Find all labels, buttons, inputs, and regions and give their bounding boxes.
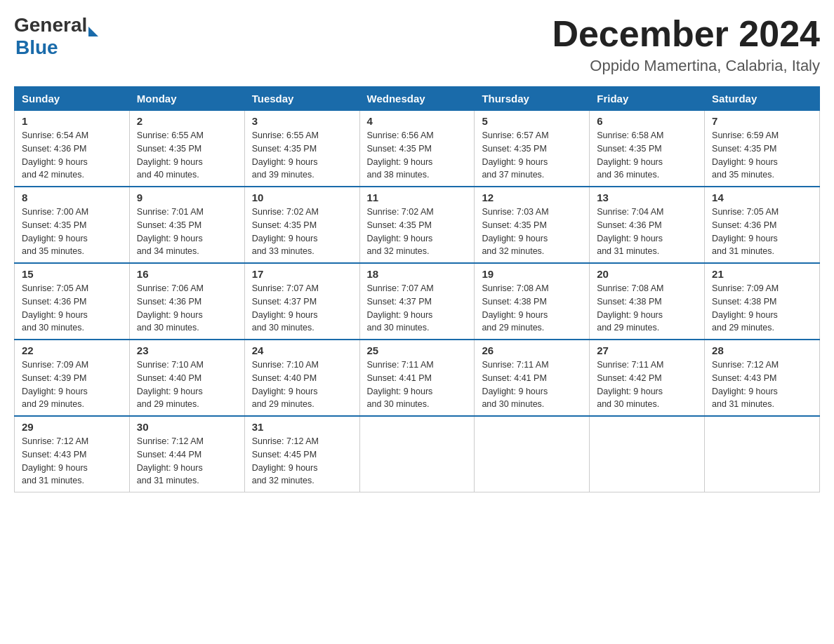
calendar-cell: 13Sunrise: 7:04 AMSunset: 4:36 PMDayligh… (590, 187, 705, 263)
logo: General Blue (14, 14, 98, 59)
calendar-header-row: SundayMondayTuesdayWednesdayThursdayFrid… (15, 87, 820, 111)
day-number: 9 (137, 192, 237, 203)
day-info: Sunrise: 6:55 AMSunset: 4:35 PMDaylight:… (137, 129, 237, 182)
day-number: 24 (252, 344, 352, 356)
calendar-week-row: 1Sunrise: 6:54 AMSunset: 4:36 PMDaylight… (15, 111, 820, 187)
calendar-cell: 24Sunrise: 7:10 AMSunset: 4:40 PMDayligh… (244, 340, 359, 416)
day-number: 17 (252, 268, 352, 280)
day-number: 21 (712, 268, 812, 280)
day-number: 29 (22, 421, 122, 433)
day-number: 23 (137, 344, 237, 356)
calendar-cell: 17Sunrise: 7:07 AMSunset: 4:37 PMDayligh… (244, 263, 359, 340)
header-monday: Monday (129, 87, 244, 111)
day-number: 19 (482, 268, 582, 280)
header-sunday: Sunday (15, 87, 130, 111)
day-info: Sunrise: 7:11 AMSunset: 4:42 PMDaylight:… (597, 358, 697, 411)
header-friday: Friday (590, 87, 705, 111)
calendar-cell: 8Sunrise: 7:00 AMSunset: 4:35 PMDaylight… (15, 187, 130, 263)
calendar-cell: 15Sunrise: 7:05 AMSunset: 4:36 PMDayligh… (15, 263, 130, 340)
calendar-week-row: 22Sunrise: 7:09 AMSunset: 4:39 PMDayligh… (15, 340, 820, 416)
day-number: 16 (137, 268, 237, 280)
title-section: December 2024 Oppido Mamertina, Calabria… (552, 14, 820, 75)
day-number: 8 (22, 192, 122, 203)
day-info: Sunrise: 7:07 AMSunset: 4:37 PMDaylight:… (367, 282, 468, 335)
day-info: Sunrise: 7:08 AMSunset: 4:38 PMDaylight:… (482, 282, 582, 335)
day-info: Sunrise: 7:05 AMSunset: 4:36 PMDaylight:… (712, 206, 812, 258)
calendar-week-row: 15Sunrise: 7:05 AMSunset: 4:36 PMDayligh… (15, 263, 820, 340)
day-info: Sunrise: 7:12 AMSunset: 4:44 PMDaylight:… (137, 435, 237, 488)
calendar-cell: 28Sunrise: 7:12 AMSunset: 4:43 PMDayligh… (705, 340, 820, 416)
day-info: Sunrise: 6:56 AMSunset: 4:35 PMDaylight:… (367, 129, 468, 182)
header-thursday: Thursday (475, 87, 590, 111)
day-number: 27 (597, 344, 697, 356)
calendar-cell: 22Sunrise: 7:09 AMSunset: 4:39 PMDayligh… (15, 340, 130, 416)
day-info: Sunrise: 7:12 AMSunset: 4:45 PMDaylight:… (252, 435, 352, 488)
calendar-cell: 5Sunrise: 6:57 AMSunset: 4:35 PMDaylight… (475, 111, 590, 187)
calendar-cell: 12Sunrise: 7:03 AMSunset: 4:35 PMDayligh… (475, 187, 590, 263)
day-number: 3 (252, 115, 352, 127)
calendar-cell (359, 416, 475, 492)
day-info: Sunrise: 7:02 AMSunset: 4:35 PMDaylight:… (367, 206, 468, 258)
day-number: 6 (597, 115, 697, 127)
day-info: Sunrise: 6:55 AMSunset: 4:35 PMDaylight:… (252, 129, 352, 182)
day-number: 7 (712, 115, 812, 127)
calendar-cell: 23Sunrise: 7:10 AMSunset: 4:40 PMDayligh… (129, 340, 244, 416)
day-info: Sunrise: 7:06 AMSunset: 4:36 PMDaylight:… (137, 282, 237, 335)
calendar-cell: 2Sunrise: 6:55 AMSunset: 4:35 PMDaylight… (129, 111, 244, 187)
day-number: 1 (22, 115, 122, 127)
calendar-cell: 10Sunrise: 7:02 AMSunset: 4:35 PMDayligh… (244, 187, 359, 263)
header-saturday: Saturday (705, 87, 820, 111)
day-info: Sunrise: 7:12 AMSunset: 4:43 PMDaylight:… (22, 435, 122, 488)
calendar-cell: 21Sunrise: 7:09 AMSunset: 4:38 PMDayligh… (705, 263, 820, 340)
day-info: Sunrise: 7:07 AMSunset: 4:37 PMDaylight:… (252, 282, 352, 335)
calendar-week-row: 29Sunrise: 7:12 AMSunset: 4:43 PMDayligh… (15, 416, 820, 492)
header-wednesday: Wednesday (359, 87, 475, 111)
day-number: 12 (482, 192, 582, 203)
day-number: 10 (252, 192, 352, 203)
day-info: Sunrise: 7:00 AMSunset: 4:35 PMDaylight:… (22, 206, 122, 258)
day-number: 13 (597, 192, 697, 203)
day-number: 28 (712, 344, 812, 356)
calendar-cell: 29Sunrise: 7:12 AMSunset: 4:43 PMDayligh… (15, 416, 130, 492)
calendar-cell (590, 416, 705, 492)
day-number: 30 (137, 421, 237, 433)
calendar-cell (475, 416, 590, 492)
day-number: 25 (367, 344, 468, 356)
day-number: 26 (482, 344, 582, 356)
day-info: Sunrise: 7:10 AMSunset: 4:40 PMDaylight:… (137, 358, 237, 411)
calendar-cell: 14Sunrise: 7:05 AMSunset: 4:36 PMDayligh… (705, 187, 820, 263)
calendar-cell: 9Sunrise: 7:01 AMSunset: 4:35 PMDaylight… (129, 187, 244, 263)
day-info: Sunrise: 6:58 AMSunset: 4:35 PMDaylight:… (597, 129, 697, 182)
logo-arrow-icon (88, 27, 98, 36)
calendar-table: SundayMondayTuesdayWednesdayThursdayFrid… (14, 86, 820, 492)
day-info: Sunrise: 6:54 AMSunset: 4:36 PMDaylight:… (22, 129, 122, 182)
calendar-cell: 16Sunrise: 7:06 AMSunset: 4:36 PMDayligh… (129, 263, 244, 340)
location-subtitle: Oppido Mamertina, Calabria, Italy (552, 57, 820, 75)
day-number: 15 (22, 268, 122, 280)
calendar-cell: 11Sunrise: 7:02 AMSunset: 4:35 PMDayligh… (359, 187, 475, 263)
day-number: 31 (252, 421, 352, 433)
day-info: Sunrise: 7:02 AMSunset: 4:35 PMDaylight:… (252, 206, 352, 258)
day-info: Sunrise: 7:10 AMSunset: 4:40 PMDaylight:… (252, 358, 352, 411)
day-info: Sunrise: 6:59 AMSunset: 4:35 PMDaylight:… (712, 129, 812, 182)
calendar-cell: 30Sunrise: 7:12 AMSunset: 4:44 PMDayligh… (129, 416, 244, 492)
day-number: 11 (367, 192, 468, 203)
day-info: Sunrise: 7:11 AMSunset: 4:41 PMDaylight:… (482, 358, 582, 411)
day-number: 4 (367, 115, 468, 127)
calendar-cell: 26Sunrise: 7:11 AMSunset: 4:41 PMDayligh… (475, 340, 590, 416)
calendar-cell: 20Sunrise: 7:08 AMSunset: 4:38 PMDayligh… (590, 263, 705, 340)
day-info: Sunrise: 7:05 AMSunset: 4:36 PMDaylight:… (22, 282, 122, 335)
calendar-cell: 1Sunrise: 6:54 AMSunset: 4:36 PMDaylight… (15, 111, 130, 187)
calendar-cell: 3Sunrise: 6:55 AMSunset: 4:35 PMDaylight… (244, 111, 359, 187)
day-info: Sunrise: 7:11 AMSunset: 4:41 PMDaylight:… (367, 358, 468, 411)
logo-general-text: General (14, 14, 87, 36)
calendar-week-row: 8Sunrise: 7:00 AMSunset: 4:35 PMDaylight… (15, 187, 820, 263)
day-info: Sunrise: 7:09 AMSunset: 4:39 PMDaylight:… (22, 358, 122, 411)
calendar-cell: 27Sunrise: 7:11 AMSunset: 4:42 PMDayligh… (590, 340, 705, 416)
calendar-cell: 19Sunrise: 7:08 AMSunset: 4:38 PMDayligh… (475, 263, 590, 340)
month-title: December 2024 (552, 14, 820, 54)
calendar-cell: 31Sunrise: 7:12 AMSunset: 4:45 PMDayligh… (244, 416, 359, 492)
day-info: Sunrise: 7:08 AMSunset: 4:38 PMDaylight:… (597, 282, 697, 335)
calendar-cell: 25Sunrise: 7:11 AMSunset: 4:41 PMDayligh… (359, 340, 475, 416)
day-number: 14 (712, 192, 812, 203)
